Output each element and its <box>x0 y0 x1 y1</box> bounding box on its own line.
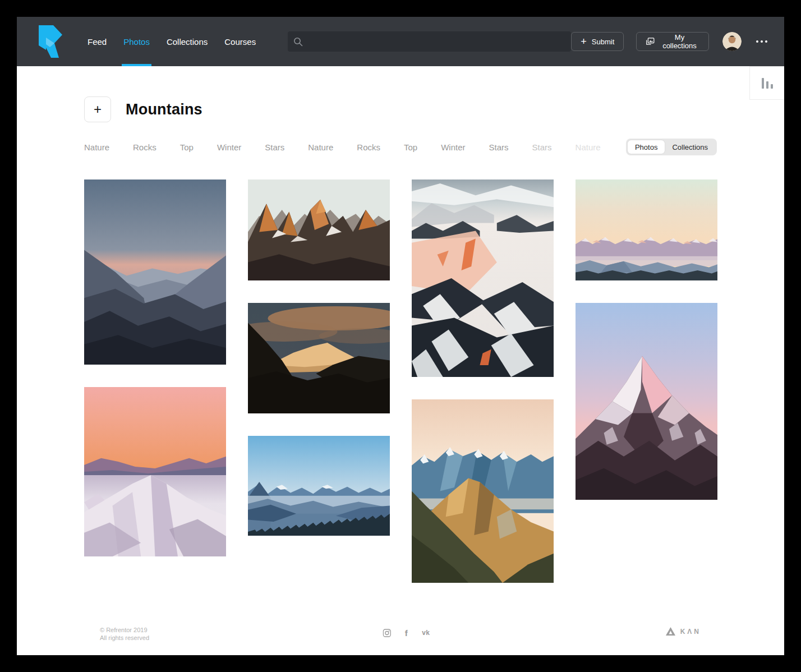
filter-tag[interactable]: Top <box>180 142 194 152</box>
filter-tag[interactable]: Nature <box>576 142 601 152</box>
filter-tag[interactable]: Nature <box>308 142 333 152</box>
search-input[interactable] <box>307 37 565 46</box>
photo-golden-foothills[interactable] <box>412 399 554 583</box>
app-window: Feed Photos Collections Courses + Submit <box>17 17 784 655</box>
nav-item-collections[interactable]: Collections <box>158 17 216 66</box>
nav-label: Collections <box>167 37 208 47</box>
header-actions: + Submit My collections <box>571 32 768 51</box>
add-collection-button[interactable]: + <box>84 96 111 122</box>
bar-chart-icon <box>762 78 764 89</box>
toggle-photos[interactable]: Photos <box>628 140 665 154</box>
search-bar[interactable] <box>288 31 571 52</box>
filter-tag[interactable]: Stars <box>532 142 552 152</box>
toggle-collections[interactable]: Collections <box>665 140 715 154</box>
copyright-text: © Refrentor 2019 All rights reserved <box>100 626 149 642</box>
photo-blue-haze-layers[interactable] <box>248 436 390 536</box>
nav-label: Photos <box>123 37 150 47</box>
title-row: + Mountains <box>84 96 784 122</box>
photo-alpenglow-summit[interactable] <box>576 303 717 500</box>
page-title: Mountains <box>126 101 202 118</box>
filter-tag[interactable]: Nature <box>84 142 109 152</box>
filter-tag[interactable]: Rocks <box>357 142 380 152</box>
my-collections-button[interactable]: My collections <box>636 32 709 51</box>
nav-label: Courses <box>224 37 256 47</box>
instagram-icon[interactable] <box>382 628 391 637</box>
photo-pastel-panorama[interactable] <box>576 179 717 280</box>
filter-tag[interactable]: Rocks <box>133 142 156 152</box>
view-toggle: Photos Collections <box>626 139 717 155</box>
kan-triangle-icon <box>666 627 675 636</box>
plus-icon: + <box>581 36 587 47</box>
footer: © Refrentor 2019 All rights reserved f v… <box>17 623 784 655</box>
filter-tag[interactable]: Stars <box>489 142 509 152</box>
photo-sunset-snow-peak[interactable] <box>84 387 226 556</box>
submit-label: Submit <box>592 38 614 46</box>
stats-panel-button[interactable] <box>749 66 784 100</box>
top-nav-bar: Feed Photos Collections Courses + Submit <box>17 17 784 66</box>
nav-item-photos[interactable]: Photos <box>115 17 158 66</box>
filter-tags-row: Nature Rocks Top Winter Stars Nature Roc… <box>84 139 717 155</box>
grid-column <box>412 179 554 583</box>
photo-library-icon <box>646 37 655 46</box>
more-menu-icon[interactable] <box>755 37 768 46</box>
filter-tag[interactable]: Winter <box>441 142 465 152</box>
avatar[interactable] <box>722 32 742 51</box>
photo-grid <box>84 179 784 583</box>
kan-brand-text: KΛN <box>680 628 701 636</box>
vk-icon[interactable]: vk <box>421 628 430 637</box>
grid-column <box>576 179 717 583</box>
grid-column <box>84 179 226 583</box>
photo-misty-ridges[interactable] <box>84 179 226 365</box>
filter-tag[interactable]: Top <box>404 142 417 152</box>
photo-jagged-orange-peaks[interactable] <box>248 179 390 280</box>
submit-button[interactable]: + Submit <box>571 32 624 51</box>
main-nav: Feed Photos Collections Courses <box>79 17 264 66</box>
photo-volcanic-snowfields[interactable] <box>412 179 554 377</box>
my-collections-label: My collections <box>660 33 699 50</box>
search-icon <box>293 37 303 47</box>
kan-brand: KΛN <box>666 627 701 636</box>
nav-item-courses[interactable]: Courses <box>216 17 264 66</box>
grid-column <box>248 179 390 583</box>
nav-item-feed[interactable]: Feed <box>79 17 115 66</box>
filter-tag[interactable]: Stars <box>265 142 284 152</box>
filter-tag[interactable]: Winter <box>217 142 241 152</box>
facebook-icon[interactable]: f <box>402 628 411 637</box>
nav-label: Feed <box>88 37 107 47</box>
social-links: f vk <box>382 628 430 637</box>
photo-golden-ridge-dusk[interactable] <box>248 303 390 413</box>
refrentor-logo-icon[interactable] <box>36 25 62 58</box>
